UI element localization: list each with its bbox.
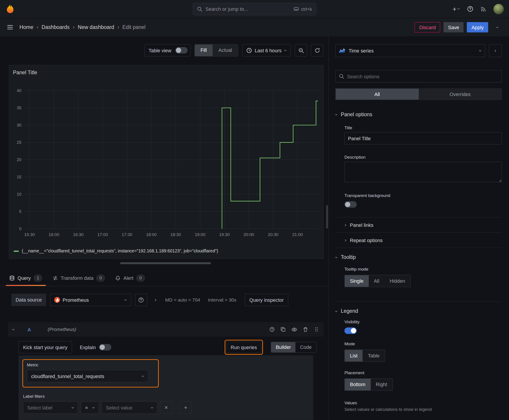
transparent-background-toggle[interactable] [344, 201, 357, 208]
datasource-help-button[interactable] [135, 294, 147, 306]
panel-resize-handle[interactable] [120, 262, 211, 264]
chevron-down-icon: › [456, 8, 462, 10]
repeat-options-section-header[interactable]: › Repeat options [335, 233, 502, 248]
query-count-badge: 1 [34, 274, 42, 282]
legend-placement-right[interactable]: Right [371, 379, 392, 390]
fill-option[interactable]: Fill [195, 45, 213, 56]
description-label: Description [344, 155, 502, 160]
search-bar[interactable]: Search or jump to... ctrl+k [193, 3, 316, 15]
table-view-toggle[interactable] [175, 47, 188, 54]
refresh-button[interactable] [311, 44, 323, 57]
run-queries-button[interactable]: Run queries [226, 341, 262, 353]
new-menu-button[interactable]: + › [452, 6, 460, 12]
scrollbar[interactable] [326, 205, 328, 228]
options-search[interactable] [335, 70, 502, 82]
time-series-chart[interactable]: 051015202530354015:3016:0016:3017:0017:3… [9, 82, 323, 243]
collapse-options-pane-button[interactable]: › [489, 44, 502, 57]
tab-query[interactable]: Query 1 [5, 270, 46, 286]
query-row-actions [270, 327, 319, 332]
panel-preview: Panel Title 051015202530354015:3016:0016… [9, 65, 324, 259]
svg-text:0: 0 [19, 226, 21, 231]
chevron-right-icon: › [344, 237, 347, 243]
query-help-icon[interactable] [270, 327, 275, 332]
breadcrumb-separator: › [73, 24, 75, 30]
explain-control: Explain [80, 344, 111, 351]
select-value-dropdown[interactable]: Select value › [102, 401, 158, 414]
discard-button[interactable]: Discard [415, 22, 440, 32]
tab-alert[interactable]: Alert 0 [111, 270, 149, 286]
kick-start-query-button[interactable]: Kick start your query [18, 341, 72, 353]
chevron-down-icon: › [149, 406, 155, 409]
refresh-icon [314, 48, 320, 53]
datasource-label: Data source [11, 294, 46, 306]
legend-mode-table[interactable]: Table [363, 350, 385, 361]
transform-icon [53, 275, 58, 280]
code-option[interactable]: Code [295, 342, 316, 352]
chart-legend-item[interactable]: {__name__="cloudflared_tunnel_total_requ… [14, 249, 218, 254]
time-range-label: Last 6 hours [255, 48, 281, 53]
query-inspector-button[interactable]: Query inspector [245, 294, 289, 306]
add-filter-button[interactable]: + [180, 401, 192, 414]
svg-text:18:00: 18:00 [146, 232, 157, 237]
delete-query-icon[interactable] [303, 327, 308, 332]
tooltip-mode-single[interactable]: Single [345, 275, 369, 287]
visualization-name: Time series [349, 48, 373, 53]
news-button[interactable] [480, 6, 486, 12]
tab-transform-label: Transform data [61, 275, 93, 281]
tab-transform-data[interactable]: Transform data 0 [48, 270, 109, 286]
save-button[interactable]: Save [443, 22, 464, 32]
svg-text:10: 10 [17, 192, 22, 196]
breadcrumb-dashboards[interactable]: Dashboards [42, 24, 69, 30]
toggle-visibility-icon[interactable] [291, 327, 297, 332]
builder-option[interactable]: Builder [271, 342, 295, 352]
tooltip-mode-all[interactable]: All [369, 275, 384, 287]
tab-all[interactable]: All [336, 89, 419, 100]
divider [335, 301, 502, 302]
query-row-header[interactable]: › A (Prometheus) [8, 322, 324, 337]
drag-handle-icon[interactable] [314, 327, 319, 332]
panel-title-input[interactable] [344, 132, 502, 144]
legend-mode-list[interactable]: List [345, 350, 363, 361]
remove-filter-button[interactable]: × [160, 401, 172, 414]
time-range-picker[interactable]: Last 6 hours › [242, 44, 291, 57]
breadcrumb-new-dashboard[interactable]: New dashboard [78, 24, 114, 30]
breadcrumb-bar: Home › Dashboards › New dashboard › Edit… [0, 18, 509, 36]
transparent-background-label: Transparent background [344, 193, 502, 198]
visualization-picker[interactable]: Time series › [335, 44, 485, 57]
apply-button[interactable]: Apply [467, 22, 488, 32]
options-search-input[interactable] [347, 74, 498, 79]
collapse-header-button[interactable]: › [492, 24, 502, 30]
menu-toggle-button[interactable] [7, 24, 14, 31]
description-input[interactable] [344, 162, 502, 182]
metric-select[interactable]: cloudflared_tunnel_total_requests › [27, 370, 148, 382]
legend-placement-bottom[interactable]: Bottom [345, 379, 371, 390]
query-options-expand-icon[interactable]: › [154, 297, 157, 303]
tooltip-section-header[interactable]: › Tooltip [335, 255, 502, 260]
explain-toggle[interactable] [99, 344, 111, 351]
panel-links-section-header[interactable]: › Panel links [335, 218, 502, 232]
query-ref-id: A [28, 327, 31, 332]
datasource-picker[interactable]: Prometheus › [50, 294, 131, 306]
breadcrumb-home[interactable]: Home [20, 24, 33, 30]
duplicate-query-icon[interactable] [281, 327, 286, 332]
help-button[interactable] [467, 6, 473, 12]
collapse-query-row-icon[interactable]: › [11, 328, 16, 330]
select-label-dropdown[interactable]: Select label › [23, 401, 78, 414]
legend-section-header[interactable]: › Legend [335, 308, 502, 314]
user-avatar[interactable] [494, 4, 504, 14]
panel-options-section-header[interactable]: › Panel options [335, 112, 502, 118]
legend-mode-group: List Table [344, 350, 385, 362]
legend-series-label: {__name__="cloudflared_tunnel_total_requ… [22, 249, 218, 254]
breadcrumb: Home › Dashboards › New dashboard › Edit… [20, 24, 146, 30]
legend-visibility-toggle[interactable] [344, 327, 357, 334]
chevron-down-icon: › [478, 50, 483, 52]
zoom-out-icon [298, 48, 304, 53]
svg-text:35: 35 [17, 105, 22, 110]
grafana-logo-icon[interactable] [5, 4, 15, 14]
tab-overrides[interactable]: Overrides [418, 89, 501, 100]
operator-dropdown[interactable]: = › [81, 401, 99, 414]
tooltip-mode-hidden[interactable]: Hidden [384, 275, 410, 287]
actual-option[interactable]: Actual [213, 45, 238, 56]
zoom-out-button[interactable] [295, 44, 307, 57]
tooltip-mode-group: Single All Hidden [344, 275, 411, 287]
